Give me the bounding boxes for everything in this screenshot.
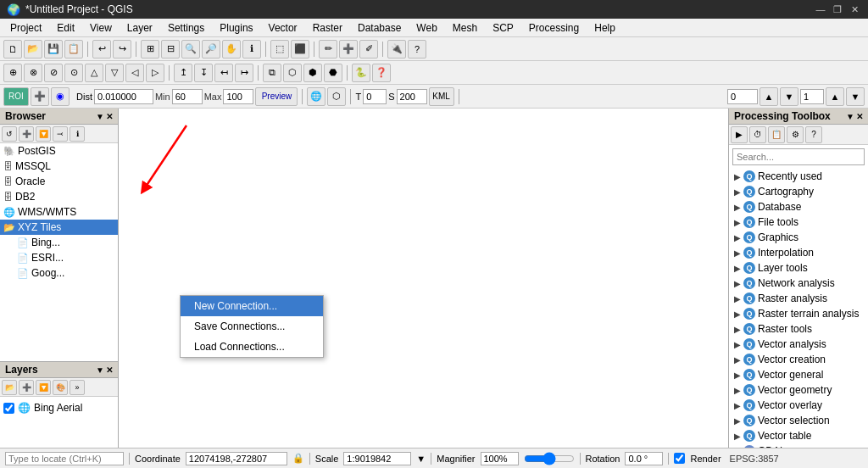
max-input[interactable] [223,89,253,104]
toolbox-item-file-tools[interactable]: ▶QFile tools [729,214,868,230]
browser-close-icon[interactable]: ✕ [106,112,113,121]
layer-item-bing[interactable]: 🌐 Bing Aerial [3,400,114,415]
adv-btn-7[interactable]: ◁ [125,64,144,82]
toolbox-item-vector-table[interactable]: ▶QVector table [729,428,868,443]
browser-item-postgis[interactable]: 🐘 PostGIS [0,143,118,159]
layers-open-btn[interactable]: 📂 [2,380,17,395]
python-btn[interactable]: 🐍 [352,64,370,82]
menu-item-help[interactable]: Help [587,20,622,36]
toolbox-item-raster-analysis[interactable]: ▶QRaster analysis [729,291,868,306]
toolbox-item-vector-overlay[interactable]: ▶QVector overlay [729,398,868,413]
s-input[interactable] [397,89,427,104]
scp-mode-btn[interactable]: ◉ [51,87,70,106]
toolbox-run-btn[interactable]: ▶ [731,126,748,143]
menu-item-view[interactable]: View [83,20,119,36]
stat-btn-3[interactable]: ▲ [826,87,844,106]
help-btn-2[interactable]: ❓ [372,64,391,82]
help-button[interactable]: ? [408,40,426,58]
adv-btn-13[interactable]: ⧉ [263,64,281,82]
browser-item-wms[interactable]: 🌐 WMS/WMTS [0,204,118,220]
toolbox-item-network-analysis[interactable]: ▶QNetwork analysis [729,276,868,291]
adv-btn-9[interactable]: ↥ [174,64,192,82]
menu-item-plugins[interactable]: Plugins [213,20,259,36]
open-project-button[interactable]: 📂 [24,40,42,58]
toolbox-item-cartography[interactable]: ▶QCartography [729,184,868,199]
identify-button[interactable]: ℹ [242,40,261,58]
scp-globe-btn[interactable]: 🌐 [307,87,326,106]
menu-item-database[interactable]: Database [351,20,408,36]
scp-preview-btn[interactable]: Preview [255,87,298,106]
dist-input[interactable] [94,89,153,104]
browser-item-xyz[interactable]: 📂 XYZ Tiles [0,220,118,235]
menu-item-layer[interactable]: Layer [120,20,159,36]
adv-btn-2[interactable]: ⊗ [24,64,42,82]
adv-btn-16[interactable]: ⬣ [324,64,342,82]
browser-item-google[interactable]: 📄 Goog... [0,265,118,281]
menu-item-edit[interactable]: Edit [50,20,81,36]
browser-item-db2[interactable]: 🗄 DB2 [0,189,118,204]
toolbox-item-database[interactable]: ▶QDatabase [729,199,868,214]
new-project-button[interactable]: 🗋 [3,40,22,58]
zoom-in-button[interactable]: 🔍 [181,40,200,58]
stat-input-1[interactable] [727,89,758,104]
adv-btn-14[interactable]: ⬡ [283,64,302,82]
layers-add-btn[interactable]: ➕ [19,380,34,395]
stat-btn-4[interactable]: ▼ [846,87,865,106]
browser-info-btn[interactable]: ℹ [70,126,85,142]
toolbox-item-raster-tools[interactable]: ▶QRaster tools [729,321,868,337]
menu-item-mesh[interactable]: Mesh [446,20,484,36]
adv-btn-1[interactable]: ⊕ [3,64,22,82]
layers-close-icon[interactable]: ✕ [106,365,113,375]
toolbox-collapse-icon[interactable]: ▼ [846,112,854,121]
toolbox-item-raster-terrain-analysis[interactable]: ▶QRaster terrain analysis [729,306,868,321]
layers-style-btn[interactable]: 🎨 [53,380,68,395]
pan-button[interactable]: ✋ [222,40,241,58]
stat-btn-1[interactable]: ▲ [760,87,778,106]
plugins-button[interactable]: 🔌 [387,40,406,58]
browser-item-bing[interactable]: 📄 Bing... [0,235,118,250]
browser-item-mssql[interactable]: 🗄 MSSQL [0,159,118,174]
toolbox-results-btn[interactable]: 📋 [768,126,785,143]
ctx-new-connection[interactable]: New Connection... [181,296,323,316]
toolbox-item-interpolation[interactable]: ▶QInterpolation [729,245,868,260]
select-all-button[interactable]: ⬛ [291,40,309,58]
zoom-layer-button[interactable]: ⊟ [161,40,180,58]
layers-collapse-icon[interactable]: ▼ [96,365,104,375]
adv-btn-12[interactable]: ↦ [235,64,253,82]
adv-btn-10[interactable]: ↧ [194,64,213,82]
close-button[interactable]: ✕ [848,3,861,16]
adv-btn-5[interactable]: △ [85,64,103,82]
map-canvas[interactable]: New Connection... Save Connections... Lo… [119,109,728,468]
layer-checkbox[interactable] [3,403,14,414]
magnifier-input[interactable] [481,452,519,465]
toolbox-options-btn[interactable]: ⚙ [787,126,804,143]
coordinate-input[interactable] [186,452,287,465]
ctx-save-connections[interactable]: Save Connections... [181,316,323,337]
ctx-load-connections[interactable]: Load Connections... [181,337,323,357]
menu-item-web[interactable]: Web [409,20,443,36]
adv-btn-15[interactable]: ⬢ [303,64,322,82]
toolbox-item-graphics[interactable]: ▶QGraphics [729,230,868,245]
magnifier-slider[interactable] [524,452,575,465]
scp-layers-btn[interactable]: ⬡ [327,87,346,106]
toolbox-item-vector-analysis[interactable]: ▶QVector analysis [729,337,868,352]
redo-button[interactable]: ↪ [113,40,131,58]
digitize-button[interactable]: ✏ [319,40,337,58]
maximize-button[interactable]: ❐ [831,3,844,16]
undo-button[interactable]: ↩ [92,40,111,58]
save-as-button[interactable]: 📋 [64,40,83,58]
layers-filter-btn[interactable]: 🔽 [36,380,51,395]
scale-dropdown-icon[interactable]: ▼ [416,454,426,464]
minimize-button[interactable]: — [814,3,827,16]
browser-collapse-btn[interactable]: ⤙ [53,126,68,142]
menu-item-vector[interactable]: Vector [262,20,304,36]
toolbox-item-layer-tools[interactable]: ▶QLayer tools [729,260,868,276]
zoom-out-button[interactable]: 🔎 [202,40,220,58]
toolbox-item-vector-geometry[interactable]: ▶QVector geometry [729,382,868,398]
edit-button[interactable]: ✐ [359,40,378,58]
menu-item-processing[interactable]: Processing [522,20,586,36]
adv-btn-3[interactable]: ⊘ [44,64,63,82]
scale-input[interactable] [343,452,411,465]
scp-plus-btn[interactable]: ➕ [31,87,49,106]
min-input[interactable] [172,89,203,104]
